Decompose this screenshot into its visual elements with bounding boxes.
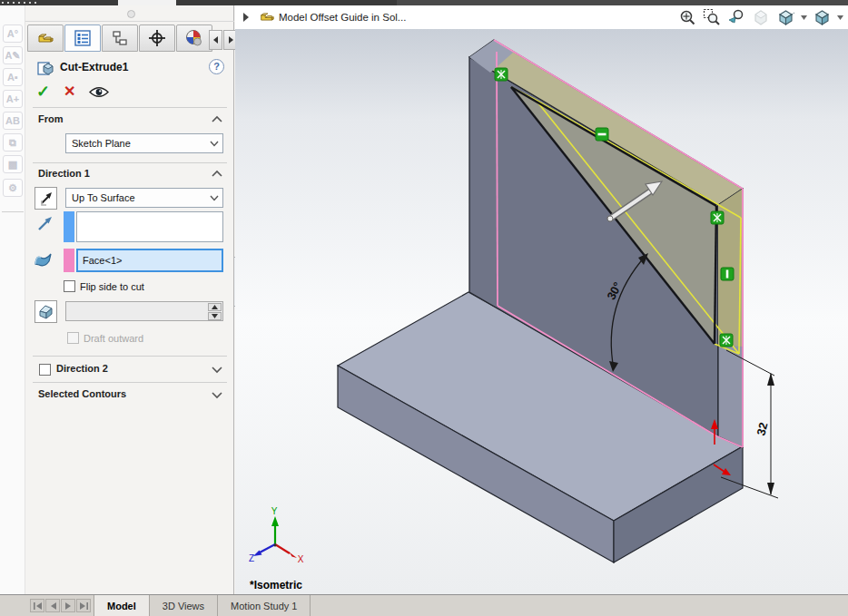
tab-scroll-left-button[interactable] <box>209 30 222 50</box>
axis-x-label: X <box>298 554 304 564</box>
display-manager-icon <box>185 29 203 47</box>
tab-configurations[interactable] <box>102 24 138 52</box>
balloon-tool-icon[interactable]: A▪ <box>3 68 23 86</box>
horizontal-relation-icon[interactable] <box>596 128 608 141</box>
spinner-up-button[interactable] <box>208 303 222 311</box>
from-plane-dropdown[interactable]: Sketch Plane <box>65 133 223 153</box>
arrow-left-icon <box>212 36 220 44</box>
arrow-right-icon <box>227 36 234 44</box>
direction2-group-label[interactable]: Direction 2 <box>56 363 108 374</box>
direction2-checkbox[interactable] <box>39 364 51 376</box>
coincident-relation-icon[interactable] <box>495 68 508 81</box>
coincident-relation-icon[interactable] <box>720 334 733 347</box>
annotation-tool-strip: A° A✎ A▪ A+ AB ⧉ ▩ ⚙ <box>0 5 25 594</box>
panel-grip[interactable] <box>127 10 135 18</box>
triangle-up-icon <box>212 305 218 309</box>
motion-study-tab-bar: Model 3D Views Motion Study 1 <box>0 594 848 616</box>
flip-side-label[interactable]: Flip side to cut <box>80 281 144 292</box>
tab-feature-tree[interactable] <box>27 24 64 52</box>
help-button[interactable]: ? <box>209 59 224 74</box>
text-format-tool-icon[interactable]: AB <box>3 112 23 130</box>
tab-motion-study-1[interactable]: Motion Study 1 <box>218 595 311 616</box>
draft-angle-spinner[interactable] <box>208 303 222 319</box>
draft-angle-input[interactable] <box>65 301 223 321</box>
configuration-icon <box>111 30 129 46</box>
add-note-tool-icon[interactable]: A+ <box>3 90 23 108</box>
end-condition-value: Up To Surface <box>72 192 135 203</box>
spinner-down-button[interactable] <box>208 312 222 320</box>
from-group-label[interactable]: From <box>38 113 64 124</box>
first-icon <box>34 602 42 610</box>
previous-view-icon <box>727 8 745 26</box>
tool-strip-divider <box>2 211 24 212</box>
direction-selection-bar <box>64 211 74 242</box>
zoom-to-fit-button[interactable] <box>676 7 698 27</box>
preview-eye-button[interactable] <box>89 85 109 99</box>
panel-divider <box>25 21 234 22</box>
view-orientation-label: *Isometric <box>250 579 302 592</box>
feature-title: Cut-Extrude1 <box>60 61 128 73</box>
caret-down-icon <box>837 15 843 20</box>
edit-note-tool-icon[interactable]: A✎ <box>3 46 23 64</box>
feature-tree-icon <box>36 30 54 46</box>
solidworks-window: A° A✎ A▪ A+ AB ⧉ ▩ ⚙ <box>0 0 848 616</box>
chevron-down-icon[interactable] <box>211 365 223 374</box>
zoom-to-fit-icon <box>678 8 696 26</box>
selected-surface-value: Face<1> <box>83 255 122 266</box>
last-tab-button[interactable] <box>76 599 91 612</box>
model-canvas[interactable]: 30° 32 <box>235 29 848 594</box>
model-scene[interactable]: 30° 32 <box>235 29 848 594</box>
tab-display-manager[interactable] <box>176 24 212 52</box>
group-divider <box>33 162 227 163</box>
axis-y-label: Y <box>271 506 278 516</box>
cancel-button[interactable]: ✕ <box>64 83 75 100</box>
chain-tool-icon[interactable]: ⚙ <box>3 179 23 197</box>
selected-contours-label[interactable]: Selected Contours <box>38 388 126 399</box>
direction-reference-listbox[interactable] <box>76 211 223 242</box>
surface-selection-box[interactable]: Face<1> <box>76 249 223 272</box>
view-orientation-icon <box>776 8 795 27</box>
tab-nav-buttons <box>30 599 91 612</box>
tab-dimxpert[interactable] <box>139 24 175 52</box>
document-title[interactable]: Model Offset Guide in Sol... <box>279 12 406 23</box>
draft-outward-label: Draft outward <box>84 333 143 344</box>
display-style-caret[interactable] <box>835 7 844 27</box>
vertical-relation-icon[interactable] <box>721 268 734 280</box>
triangle-down-icon <box>212 314 218 318</box>
tab-model[interactable]: Model <box>94 595 150 616</box>
part-document-icon <box>259 9 275 24</box>
previous-icon <box>50 602 56 610</box>
end-condition-dropdown[interactable]: Up To Surface <box>65 188 223 208</box>
first-tab-button[interactable] <box>30 599 44 612</box>
section-view-button <box>750 7 772 27</box>
coincident-relation-icon[interactable] <box>711 211 724 224</box>
height-dimension-text[interactable]: 32 <box>754 421 770 437</box>
next-tab-button[interactable] <box>61 599 75 612</box>
copy-format-tool-icon[interactable]: ⧉ <box>3 133 23 152</box>
direction1-group-label[interactable]: Direction 1 <box>38 168 90 179</box>
zoom-to-area-button[interactable] <box>701 7 723 27</box>
property-manager-panel: Cut-Extrude1 ? ✓ ✕ From Sketch Plane Dir… <box>25 5 234 594</box>
ok-button[interactable]: ✓ <box>36 82 50 102</box>
display-style-button[interactable] <box>811 7 833 27</box>
dimxpert-target-icon <box>148 29 166 47</box>
hatch-tool-icon[interactable]: ▩ <box>3 155 23 173</box>
draft-outward-checkbox <box>67 332 79 344</box>
chevron-up-icon[interactable] <box>211 170 223 179</box>
chevron-down-icon[interactable] <box>211 390 223 399</box>
draft-button[interactable] <box>35 300 57 323</box>
tab-3d-views[interactable]: 3D Views <box>150 595 218 616</box>
reverse-direction-icon <box>38 191 54 207</box>
tab-property-manager[interactable] <box>64 24 101 52</box>
reverse-direction-button[interactable] <box>35 187 57 210</box>
manager-tab-bar <box>27 23 232 52</box>
flip-side-checkbox[interactable] <box>64 280 75 292</box>
previous-view-button[interactable] <box>725 7 747 27</box>
breadcrumb-expand-icon[interactable] <box>242 13 249 22</box>
draft-icon <box>37 303 54 320</box>
note-tool-icon[interactable]: A° <box>3 24 23 43</box>
view-orientation-caret[interactable] <box>799 7 808 27</box>
chevron-up-icon[interactable] <box>211 115 223 124</box>
previous-tab-button[interactable] <box>45 599 60 612</box>
view-orientation-button[interactable] <box>774 7 796 27</box>
